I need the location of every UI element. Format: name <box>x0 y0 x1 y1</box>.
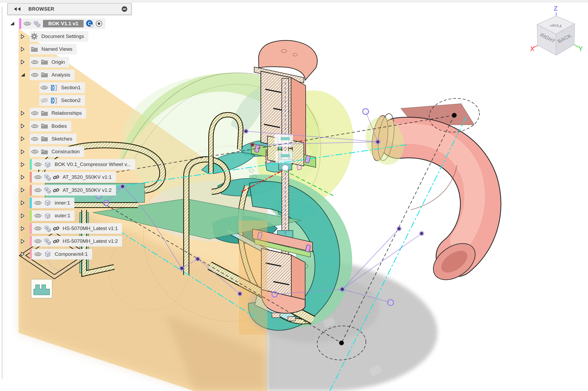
visibility-icon[interactable] <box>22 21 32 27</box>
folder-icon <box>40 136 49 142</box>
visibility-icon[interactable] <box>33 238 43 244</box>
expand-node-icon[interactable] <box>21 188 30 193</box>
tree-row-bg[interactable]: Construction <box>30 146 84 157</box>
tree-row-bg[interactable]: BOK V1.1 v1C <box>19 18 105 29</box>
expand-node-icon[interactable] <box>21 136 30 141</box>
tree-item-label: Section1 <box>58 85 85 91</box>
control-point-filled <box>419 231 424 236</box>
tree-row-bg[interactable]: Section2 <box>39 95 85 106</box>
link-icon <box>52 187 60 193</box>
component-icon <box>32 20 41 27</box>
expand-node-icon[interactable] <box>21 162 30 167</box>
tree-row-bg[interactable]: Origin <box>30 57 69 67</box>
tree-row-bg[interactable]: AT_3520_550KV v1:1 <box>30 172 116 182</box>
folder-icon <box>40 123 49 129</box>
visibility-icon[interactable] <box>33 213 43 219</box>
tree-row-inner-1[interactable]: inner:1 <box>0 198 74 208</box>
origin-sphere[interactable] <box>282 165 288 171</box>
visibility-icon[interactable] <box>30 149 40 155</box>
tree-row-construction[interactable]: Construction <box>0 146 84 157</box>
tree-row-bg[interactable]: Section1 <box>39 82 85 93</box>
collapse-node-icon[interactable] <box>21 73 30 77</box>
tree-row-bg[interactable]: Document Settings <box>30 31 88 42</box>
tree-row-bg[interactable]: Named Views <box>30 44 77 54</box>
tree-row-bodies[interactable]: Bodies <box>0 121 71 131</box>
tree-row-hs-5070mh-latest-v1-2[interactable]: HS-5070MH_Latest v1:2 <box>0 236 122 246</box>
visibility-icon[interactable] <box>33 226 43 231</box>
expand-node-icon[interactable] <box>21 252 30 257</box>
tree-row-sketches[interactable]: Sketches <box>0 134 76 144</box>
tree-row-bg[interactable]: BOK V0.1_Compressor Wheel v... <box>30 159 135 170</box>
tree-row-bg[interactable]: Bodies <box>30 121 71 131</box>
visibility-off-icon[interactable] <box>39 97 49 103</box>
selection-highlight-1 <box>274 134 293 147</box>
visibility-icon[interactable] <box>30 110 40 116</box>
tree-row-named-views[interactable]: Named Views <box>0 44 77 54</box>
expand-node-icon[interactable] <box>21 111 30 116</box>
tree-row-bg[interactable]: Sketches <box>30 134 76 144</box>
tree-row-outer-1[interactable]: outer:1 <box>0 210 75 221</box>
link-icon <box>52 238 60 244</box>
expand-node-icon[interactable] <box>21 124 30 129</box>
tree-item-label: AT_3520_550KV v1:1 <box>60 174 116 180</box>
tree-row-at-3520-550kv-v1-2[interactable]: AT_3520_550KV v1:2 <box>0 185 116 196</box>
tree-row-bg[interactable]: Analysis <box>30 70 75 80</box>
tree-row-bok-v0-1-compressor-wheel-v[interactable]: BOK V0.1_Compressor Wheel v... <box>0 159 135 170</box>
visibility-icon[interactable] <box>30 123 40 129</box>
section-manipulator-chip[interactable] <box>31 279 52 298</box>
control-point-filled <box>237 291 243 296</box>
expand-node-icon[interactable] <box>21 47 30 52</box>
visibility-icon[interactable] <box>30 59 40 65</box>
tree-item-label: Analysis <box>49 72 75 78</box>
tree-item-label: Relationships <box>49 110 86 116</box>
tree-row-bg[interactable]: outer:1 <box>30 210 75 221</box>
tree-row-at-3520-550kv-v1-1[interactable]: AT_3520_550KV v1:1 <box>0 172 116 182</box>
expand-node-icon[interactable] <box>21 239 30 244</box>
tree-row-bg[interactable]: HS-5070MH_Latest v1:2 <box>30 236 122 246</box>
tree-row-section1[interactable]: Section1 <box>0 82 85 93</box>
root-node-label[interactable]: BOK V1.1 v1 <box>43 20 84 27</box>
tree-item-label: Sketches <box>49 136 76 142</box>
gear-icon <box>30 33 39 40</box>
expand-node-icon[interactable] <box>21 60 30 65</box>
expand-node-icon[interactable] <box>21 149 30 154</box>
visibility-icon[interactable] <box>33 162 43 167</box>
active-component-radio[interactable] <box>95 20 103 27</box>
tree-row-bg[interactable]: inner:1 <box>30 198 74 208</box>
visibility-icon[interactable] <box>33 187 43 193</box>
visibility-icon[interactable] <box>33 251 43 257</box>
tree-row-section2[interactable]: Section2 <box>0 95 85 106</box>
visibility-icon[interactable] <box>33 174 43 180</box>
expand-node-icon[interactable] <box>21 213 30 218</box>
view-cube[interactable]: Z TOP RIGHT BACK X Y <box>519 2 588 66</box>
tree-row-bg[interactable]: HS-5070MH_Latest v1:1 <box>30 223 122 234</box>
tree-row-bok-v1-1-v1[interactable]: BOK V1.1 v1C <box>0 18 105 29</box>
collapse-node-icon[interactable] <box>10 22 19 26</box>
section-icon <box>49 84 58 91</box>
tree-row-analysis[interactable]: Analysis <box>0 70 75 80</box>
tree-row-bg[interactable]: AT_3520_550KV v1:2 <box>30 185 116 196</box>
tree-row-hs-5070mh-latest-v1-1[interactable]: HS-5070MH_Latest v1:1 <box>0 223 122 234</box>
folder-icon <box>40 72 49 78</box>
cloud-sync-badge[interactable]: C <box>86 20 94 28</box>
tree-row-document-settings[interactable]: Document Settings <box>0 31 88 42</box>
component-color-bar <box>30 159 32 170</box>
exhaust-pipe[interactable] <box>360 104 482 287</box>
link-icon <box>52 174 60 180</box>
tree-row-bg[interactable]: Relationships <box>30 108 86 118</box>
tree-row-relationships[interactable]: Relationships <box>0 108 86 118</box>
visibility-icon[interactable] <box>30 72 40 78</box>
circle-center-point <box>339 341 344 345</box>
expand-node-icon[interactable] <box>21 226 30 231</box>
tree-row-component4-1[interactable]: Component4:1 <box>0 249 92 260</box>
visibility-icon[interactable] <box>30 136 40 142</box>
component-color-bar <box>30 185 32 196</box>
tree-row-origin[interactable]: Origin <box>0 57 69 67</box>
visibility-icon[interactable] <box>33 200 43 206</box>
expand-node-icon[interactable] <box>21 34 30 39</box>
expand-node-icon[interactable] <box>21 200 30 205</box>
control-point-filled <box>243 129 249 134</box>
visibility-icon[interactable] <box>39 85 49 91</box>
tree-row-bg[interactable]: Component4:1 <box>30 249 92 260</box>
expand-node-icon[interactable] <box>21 175 30 180</box>
